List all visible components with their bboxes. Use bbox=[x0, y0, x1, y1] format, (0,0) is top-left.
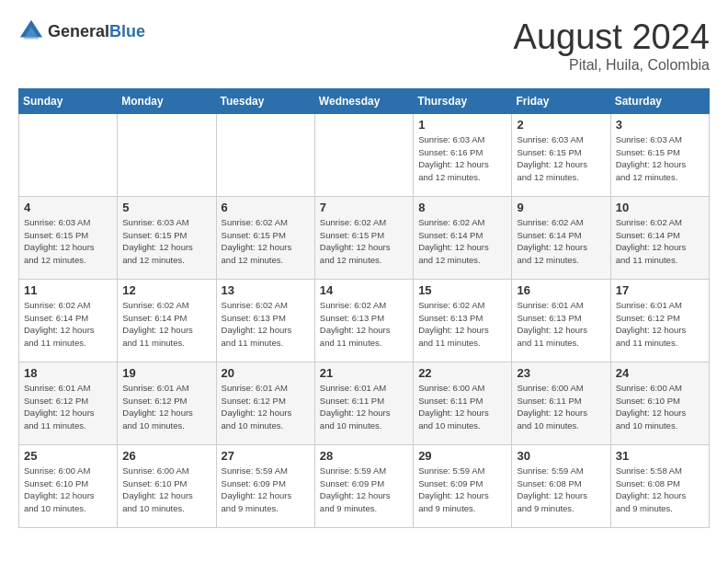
day-info: Sunrise: 5:59 AM Sunset: 6:08 PM Dayligh… bbox=[517, 465, 605, 515]
day-number: 17 bbox=[616, 283, 704, 297]
day-info: Sunrise: 6:02 AM Sunset: 6:14 PM Dayligh… bbox=[24, 299, 112, 350]
calendar-cell: 29Sunrise: 5:59 AM Sunset: 6:09 PM Dayli… bbox=[414, 444, 512, 527]
day-info: Sunrise: 6:00 AM Sunset: 6:10 PM Dayligh… bbox=[616, 382, 704, 432]
calendar-cell: 22Sunrise: 6:00 AM Sunset: 6:11 PM Dayli… bbox=[414, 362, 512, 444]
day-number: 26 bbox=[122, 449, 210, 463]
calendar-cell: 14Sunrise: 6:02 AM Sunset: 6:13 PM Dayli… bbox=[314, 279, 413, 362]
day-info: Sunrise: 6:02 AM Sunset: 6:14 PM Dayligh… bbox=[122, 299, 210, 350]
calendar-cell: 9Sunrise: 6:02 AM Sunset: 6:14 PM Daylig… bbox=[512, 196, 610, 279]
logo-text-general: General bbox=[48, 22, 109, 40]
day-info: Sunrise: 5:58 AM Sunset: 6:08 PM Dayligh… bbox=[616, 465, 704, 515]
calendar-cell bbox=[118, 113, 216, 196]
day-info: Sunrise: 6:02 AM Sunset: 6:13 PM Dayligh… bbox=[320, 299, 408, 350]
calendar-cell: 17Sunrise: 6:01 AM Sunset: 6:12 PM Dayli… bbox=[610, 279, 709, 362]
calendar-cell: 31Sunrise: 5:58 AM Sunset: 6:08 PM Dayli… bbox=[610, 444, 709, 527]
calendar-cell: 28Sunrise: 5:59 AM Sunset: 6:09 PM Dayli… bbox=[314, 444, 413, 527]
day-number: 1 bbox=[418, 118, 506, 132]
day-number: 14 bbox=[320, 283, 408, 297]
day-number: 18 bbox=[24, 366, 112, 380]
weekday-header: Monday bbox=[118, 88, 216, 113]
day-number: 6 bbox=[222, 201, 310, 214]
day-number: 31 bbox=[616, 449, 704, 463]
calendar-cell: 3Sunrise: 6:03 AM Sunset: 6:15 PM Daylig… bbox=[610, 113, 709, 196]
calendar-cell: 2Sunrise: 6:03 AM Sunset: 6:15 PM Daylig… bbox=[512, 113, 610, 196]
day-number: 15 bbox=[418, 283, 506, 297]
day-number: 5 bbox=[122, 201, 210, 214]
day-number: 10 bbox=[616, 201, 704, 214]
day-number: 22 bbox=[418, 366, 506, 380]
day-info: Sunrise: 6:02 AM Sunset: 6:14 PM Dayligh… bbox=[616, 216, 704, 267]
day-info: Sunrise: 6:01 AM Sunset: 6:12 PM Dayligh… bbox=[616, 299, 704, 350]
weekday-header: Sunday bbox=[19, 88, 118, 113]
day-info: Sunrise: 6:03 AM Sunset: 6:15 PM Dayligh… bbox=[517, 133, 605, 184]
day-info: Sunrise: 6:00 AM Sunset: 6:10 PM Dayligh… bbox=[24, 465, 112, 515]
day-number: 2 bbox=[517, 118, 605, 132]
calendar-cell: 13Sunrise: 6:02 AM Sunset: 6:13 PM Dayli… bbox=[216, 279, 314, 362]
calendar-cell: 23Sunrise: 6:00 AM Sunset: 6:11 PM Dayli… bbox=[512, 362, 610, 444]
calendar-cell: 16Sunrise: 6:01 AM Sunset: 6:13 PM Dayli… bbox=[512, 279, 610, 362]
day-info: Sunrise: 6:00 AM Sunset: 6:11 PM Dayligh… bbox=[517, 382, 605, 432]
day-number: 27 bbox=[222, 449, 310, 463]
calendar-cell: 21Sunrise: 6:01 AM Sunset: 6:11 PM Dayli… bbox=[314, 362, 413, 444]
calendar-cell: 19Sunrise: 6:01 AM Sunset: 6:12 PM Dayli… bbox=[118, 362, 216, 444]
calendar-cell: 24Sunrise: 6:00 AM Sunset: 6:10 PM Dayli… bbox=[610, 362, 709, 444]
day-number: 20 bbox=[222, 366, 310, 380]
day-info: Sunrise: 6:02 AM Sunset: 6:14 PM Dayligh… bbox=[418, 216, 506, 267]
day-info: Sunrise: 6:02 AM Sunset: 6:13 PM Dayligh… bbox=[222, 299, 310, 350]
calendar-cell: 8Sunrise: 6:02 AM Sunset: 6:14 PM Daylig… bbox=[414, 196, 512, 279]
calendar-cell: 11Sunrise: 6:02 AM Sunset: 6:14 PM Dayli… bbox=[19, 279, 118, 362]
calendar-cell: 18Sunrise: 6:01 AM Sunset: 6:12 PM Dayli… bbox=[19, 362, 118, 444]
calendar-cell bbox=[216, 113, 314, 196]
weekday-header: Thursday bbox=[414, 88, 512, 113]
calendar-cell: 10Sunrise: 6:02 AM Sunset: 6:14 PM Dayli… bbox=[610, 196, 709, 279]
day-info: Sunrise: 6:01 AM Sunset: 6:11 PM Dayligh… bbox=[320, 382, 408, 432]
day-info: Sunrise: 6:01 AM Sunset: 6:13 PM Dayligh… bbox=[517, 299, 605, 350]
logo: GeneralBlue bbox=[18, 18, 145, 44]
weekday-header: Friday bbox=[512, 88, 610, 113]
day-number: 23 bbox=[517, 366, 605, 380]
month-title: August 2024 bbox=[514, 18, 710, 57]
day-info: Sunrise: 6:00 AM Sunset: 6:10 PM Dayligh… bbox=[122, 465, 210, 515]
day-info: Sunrise: 6:00 AM Sunset: 6:11 PM Dayligh… bbox=[418, 382, 506, 432]
day-number: 4 bbox=[24, 201, 112, 214]
calendar-cell: 1Sunrise: 6:03 AM Sunset: 6:16 PM Daylig… bbox=[414, 113, 512, 196]
day-info: Sunrise: 6:03 AM Sunset: 6:15 PM Dayligh… bbox=[122, 216, 210, 267]
day-number: 16 bbox=[517, 283, 605, 297]
day-info: Sunrise: 6:01 AM Sunset: 6:12 PM Dayligh… bbox=[24, 382, 112, 432]
calendar-cell: 5Sunrise: 6:03 AM Sunset: 6:15 PM Daylig… bbox=[118, 196, 216, 279]
day-number: 29 bbox=[418, 449, 506, 463]
day-number: 25 bbox=[24, 449, 112, 463]
calendar-cell: 25Sunrise: 6:00 AM Sunset: 6:10 PM Dayli… bbox=[19, 444, 118, 527]
day-info: Sunrise: 6:03 AM Sunset: 6:15 PM Dayligh… bbox=[616, 133, 704, 184]
calendar-cell: 30Sunrise: 5:59 AM Sunset: 6:08 PM Dayli… bbox=[512, 444, 610, 527]
calendar-cell bbox=[19, 113, 118, 196]
day-number: 12 bbox=[122, 283, 210, 297]
weekday-header: Tuesday bbox=[216, 88, 314, 113]
day-info: Sunrise: 6:02 AM Sunset: 6:15 PM Dayligh… bbox=[222, 216, 310, 267]
calendar-cell: 26Sunrise: 6:00 AM Sunset: 6:10 PM Dayli… bbox=[118, 444, 216, 527]
calendar-cell: 27Sunrise: 5:59 AM Sunset: 6:09 PM Dayli… bbox=[216, 444, 314, 527]
calendar-cell: 15Sunrise: 6:02 AM Sunset: 6:13 PM Dayli… bbox=[414, 279, 512, 362]
day-info: Sunrise: 5:59 AM Sunset: 6:09 PM Dayligh… bbox=[320, 465, 408, 515]
day-info: Sunrise: 6:03 AM Sunset: 6:15 PM Dayligh… bbox=[24, 216, 112, 267]
day-number: 19 bbox=[122, 366, 210, 380]
day-info: Sunrise: 6:03 AM Sunset: 6:16 PM Dayligh… bbox=[418, 133, 506, 184]
calendar-table: SundayMondayTuesdayWednesdayThursdayFrid… bbox=[18, 88, 710, 528]
day-number: 7 bbox=[320, 201, 408, 214]
day-info: Sunrise: 6:02 AM Sunset: 6:14 PM Dayligh… bbox=[517, 216, 605, 267]
day-number: 9 bbox=[517, 201, 605, 214]
calendar-cell: 7Sunrise: 6:02 AM Sunset: 6:15 PM Daylig… bbox=[314, 196, 413, 279]
location-title: Pital, Huila, Colombia bbox=[514, 57, 710, 74]
day-info: Sunrise: 5:59 AM Sunset: 6:09 PM Dayligh… bbox=[222, 465, 310, 515]
day-number: 8 bbox=[418, 201, 506, 214]
page-header: GeneralBlue August 2024 Pital, Huila, Co… bbox=[18, 18, 710, 74]
day-number: 11 bbox=[24, 283, 112, 297]
calendar-cell: 20Sunrise: 6:01 AM Sunset: 6:12 PM Dayli… bbox=[216, 362, 314, 444]
calendar-cell bbox=[314, 113, 413, 196]
day-info: Sunrise: 6:01 AM Sunset: 6:12 PM Dayligh… bbox=[222, 382, 310, 432]
day-number: 30 bbox=[517, 449, 605, 463]
logo-icon bbox=[18, 18, 44, 44]
calendar-cell: 12Sunrise: 6:02 AM Sunset: 6:14 PM Dayli… bbox=[118, 279, 216, 362]
weekday-header: Saturday bbox=[610, 88, 709, 113]
day-number: 24 bbox=[616, 366, 704, 380]
